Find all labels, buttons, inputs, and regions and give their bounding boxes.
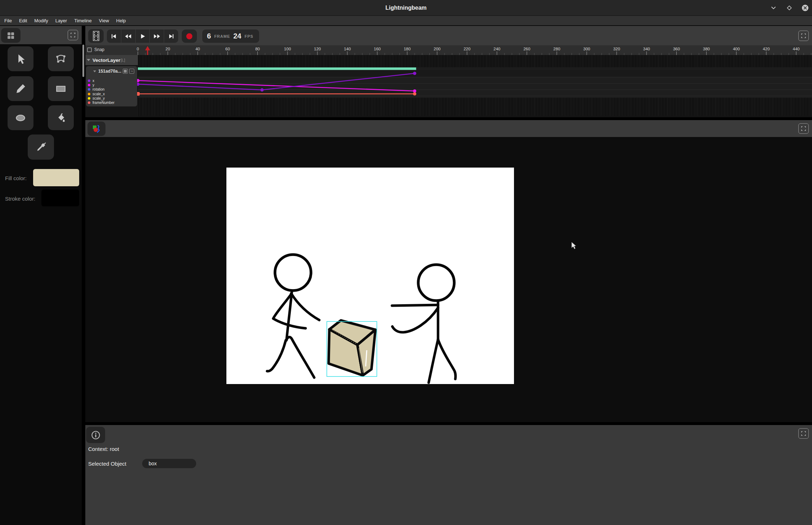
menu-view[interactable]: View — [95, 16, 113, 26]
sublayer-container: 151ad70a... ~ xyrotationscale_xscale_yfr… — [86, 66, 137, 106]
ruler-label: 240 — [493, 47, 500, 51]
ellipse-tool-button[interactable] — [8, 105, 33, 130]
rectangle-tool-button[interactable] — [48, 76, 74, 101]
skip-end-icon — [168, 33, 175, 40]
property-name: y — [93, 83, 94, 87]
keyframe-x[interactable] — [260, 88, 263, 91]
property-name: x — [93, 79, 94, 83]
empty-frames-track[interactable] — [138, 98, 812, 116]
box-drawing[interactable] — [329, 320, 375, 375]
keyframe-y[interactable] — [413, 89, 416, 92]
layers-column: Snap VectorLayer [L] 151ad70a... ~ — [85, 45, 138, 117]
property-color-dot — [88, 84, 90, 86]
record-button[interactable] — [182, 29, 197, 43]
expand-panel-button[interactable] — [68, 30, 78, 40]
keyframe-span-bar[interactable] — [138, 68, 416, 70]
menu-file[interactable]: File — [1, 16, 15, 26]
title-bar: Lightningbeam — [0, 0, 812, 16]
stick-figure-right[interactable] — [392, 265, 456, 383]
stick-figure-left[interactable] — [267, 255, 319, 378]
property-name: frameNumber — [93, 101, 114, 105]
ruler-label: 360 — [673, 47, 680, 51]
info-panel: Context: root Selected Object box — [85, 425, 812, 525]
chevron-down-icon[interactable] — [770, 4, 777, 12]
selected-object-label: Selected Object — [88, 461, 142, 467]
curve-graph-area[interactable] — [138, 77, 812, 98]
layers-scrollbar[interactable] — [82, 45, 84, 77]
pencil-icon — [15, 83, 26, 94]
selected-object-dropdown[interactable]: box — [142, 459, 196, 468]
property-row-y[interactable]: y — [86, 83, 137, 87]
skip-start-button[interactable] — [107, 29, 121, 43]
fps-value: 24 — [233, 32, 241, 40]
menu-layer[interactable]: Layer — [52, 16, 71, 26]
property-row-scale_y[interactable]: scale_y — [86, 96, 137, 100]
property-row-frameNumber[interactable]: frameNumber — [86, 100, 137, 105]
play-icon — [139, 33, 146, 40]
sublayer-row[interactable]: 151ad70a... ~ — [86, 66, 137, 74]
keyframe-frameNumber[interactable] — [413, 92, 416, 95]
property-row-scale_x[interactable]: scale_x — [86, 92, 137, 96]
fill-color-swatch[interactable] — [33, 169, 79, 186]
property-color-dot — [88, 93, 90, 95]
canvas-header — [85, 120, 812, 137]
play-button[interactable] — [136, 29, 150, 43]
fast-forward-icon — [153, 33, 161, 40]
timeline-header: 6 FRAME 24 FPS — [85, 26, 812, 45]
select-tool-button[interactable] — [8, 46, 33, 71]
pencil-tool-button[interactable] — [8, 76, 33, 101]
timeline-body[interactable]: 0204060801001201401601802002202402602803… — [85, 45, 812, 117]
film-strip-icon — [92, 31, 100, 41]
diamond-maximize-icon[interactable] — [785, 4, 793, 12]
paint-bucket-tool-button[interactable] — [48, 105, 74, 130]
sublayer-visibility-button[interactable] — [123, 69, 128, 74]
property-name: scale_x — [93, 92, 105, 96]
node-editor-tool-button[interactable] — [48, 46, 74, 71]
ruler-label: 140 — [344, 47, 351, 51]
frame-fps-display: 6 FRAME 24 FPS — [202, 29, 259, 43]
rewind-icon — [124, 33, 132, 40]
collapse-caret-icon[interactable] — [87, 59, 90, 61]
fast-forward-button[interactable] — [150, 29, 164, 43]
context-text: Context: root — [88, 446, 119, 452]
keyframe-x[interactable] — [413, 72, 416, 75]
shapes-button[interactable] — [87, 122, 105, 136]
stroke-color-swatch[interactable] — [41, 190, 79, 206]
menu-timeline[interactable]: Timeline — [71, 16, 95, 26]
expand-timeline-button[interactable] — [798, 31, 809, 41]
canvas-viewport[interactable] — [85, 137, 812, 422]
rewind-button[interactable] — [121, 29, 136, 43]
ruler-label: 340 — [643, 47, 650, 51]
menu-bar: FileEditModifyLayerTimelineViewHelp — [0, 16, 812, 26]
stage-artboard[interactable] — [226, 168, 514, 384]
layer-row-vectorlayer[interactable]: VectorLayer [L] — [85, 55, 138, 65]
menu-edit[interactable]: Edit — [15, 16, 31, 26]
close-circle-icon[interactable] — [801, 4, 809, 12]
collapse-caret-icon[interactable] — [93, 70, 96, 72]
ruler-label: 200 — [434, 47, 441, 51]
path-nodes-icon — [55, 53, 67, 65]
record-icon — [186, 33, 193, 40]
eyedropper-tool-button[interactable] — [28, 134, 54, 160]
film-button[interactable] — [88, 29, 104, 43]
ruler-label: 400 — [733, 47, 740, 51]
sublayer-tilde-button[interactable]: ~ — [129, 69, 134, 74]
snap-checkbox[interactable] — [87, 47, 92, 52]
expand-icon — [801, 126, 806, 131]
sublayer-name: 151ad70a... — [98, 69, 121, 74]
grid-layout-button[interactable] — [1, 28, 21, 43]
info-button[interactable] — [86, 427, 105, 443]
property-row-rotation[interactable]: rotation — [86, 87, 137, 92]
property-row-x[interactable]: x — [86, 78, 137, 83]
property-name: rotation — [93, 87, 104, 91]
layer-frames-track[interactable] — [138, 55, 812, 67]
expand-canvas-button[interactable] — [798, 123, 809, 134]
snap-control[interactable]: Snap — [87, 47, 104, 52]
property-color-dot — [88, 79, 90, 82]
skip-end-button[interactable] — [164, 29, 178, 43]
ruler-label: 220 — [464, 47, 470, 51]
expand-info-button[interactable] — [798, 428, 809, 439]
layer-badge: [L] — [121, 58, 125, 62]
menu-modify[interactable]: Modify — [31, 16, 51, 26]
menu-help[interactable]: Help — [113, 16, 130, 26]
